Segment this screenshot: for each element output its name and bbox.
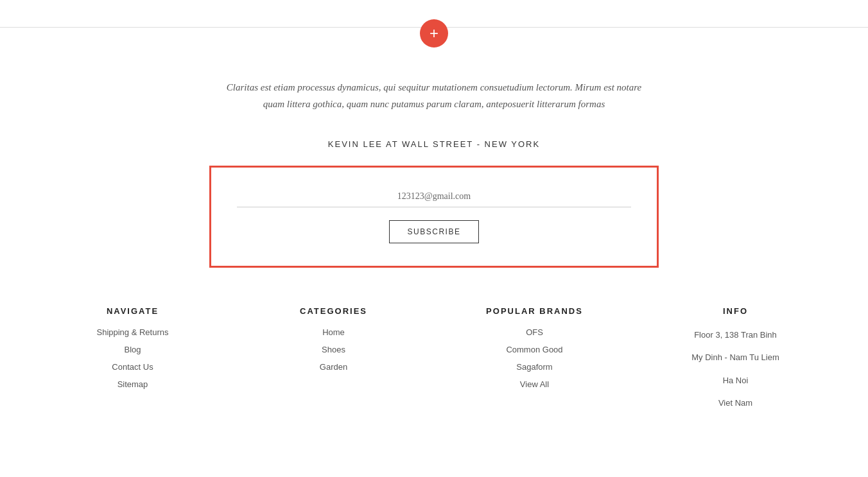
newsletter-section: SUBSCRIBE — [209, 166, 659, 268]
footer-info-column: INFO Floor 3, 138 Tran Binh My Dinh - Na… — [641, 306, 829, 411]
footer-link-common-good[interactable]: Common Good — [506, 345, 562, 354]
location-section: KEVIN LEE AT WALL STREET - NEW YORK — [328, 125, 540, 159]
newsletter-box: SUBSCRIBE — [209, 166, 659, 268]
footer-categories-heading: CATEGORIES — [300, 306, 367, 316]
subscribe-button[interactable]: SUBSCRIBE — [389, 220, 480, 243]
footer-navigate-column: NAVIGATE Shipping & Returns Blog Contact… — [39, 306, 227, 411]
footer: NAVIGATE Shipping & Returns Blog Contact… — [0, 287, 868, 437]
footer-link-sagaform[interactable]: Sagaform — [516, 362, 552, 372]
footer-navigate-heading: NAVIGATE — [107, 306, 159, 316]
email-input[interactable] — [237, 191, 631, 202]
footer-link-ofs[interactable]: OFS — [526, 327, 543, 337]
footer-info-line-3: Ha Noi — [723, 373, 749, 388]
plus-button[interactable]: + — [420, 19, 448, 48]
location-text: KEVIN LEE AT WALL STREET - NEW YORK — [328, 139, 540, 149]
footer-link-shoes[interactable]: Shoes — [322, 345, 345, 354]
footer-brands-column: POPULAR BRANDS OFS Common Good Sagaform … — [440, 306, 629, 411]
footer-link-shipping[interactable]: Shipping & Returns — [96, 327, 168, 337]
footer-info-line-1: Floor 3, 138 Tran Binh — [694, 327, 777, 342]
email-input-wrapper — [237, 190, 631, 207]
quote-section: Claritas est etiam processus dynamicus, … — [209, 54, 659, 125]
footer-link-view-all[interactable]: View All — [520, 379, 549, 389]
footer-link-sitemap[interactable]: Sitemap — [117, 379, 148, 389]
footer-info-line-2: My Dinh - Nam Tu Liem — [691, 350, 779, 365]
page-wrapper: + Claritas est etiam processus dynamicus… — [0, 0, 868, 437]
footer-categories-column: CATEGORIES Home Shoes Garden — [239, 306, 428, 411]
footer-info-line-4: Viet Nam — [718, 395, 752, 410]
footer-info-heading: INFO — [723, 306, 748, 316]
footer-link-blog[interactable]: Blog — [124, 345, 141, 354]
footer-link-home[interactable]: Home — [322, 327, 345, 337]
quote-text: Claritas est etiam processus dynamicus, … — [222, 80, 646, 112]
footer-link-garden[interactable]: Garden — [320, 362, 347, 372]
footer-brands-heading: POPULAR BRANDS — [486, 306, 583, 316]
divider-section: + — [0, 0, 868, 54]
footer-link-contact[interactable]: Contact Us — [112, 362, 153, 372]
